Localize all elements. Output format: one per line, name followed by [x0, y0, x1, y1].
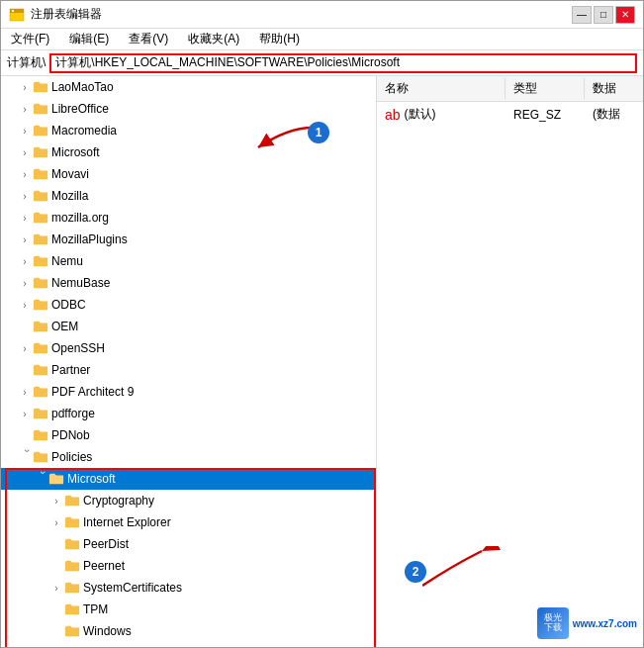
folder-icon-macromedia — [33, 124, 48, 138]
tree-item-peerdist[interactable]: › PeerDist — [1, 533, 376, 555]
item-label-laomaotao: LaoMaoTao — [51, 80, 114, 94]
tree-item-microsoft2[interactable]: › Microsoft — [1, 468, 376, 490]
menu-edit[interactable]: 编辑(E) — [65, 30, 113, 48]
item-label-cryptography: Cryptography — [83, 494, 154, 508]
tree-item-movavi[interactable]: › Movavi — [1, 163, 376, 185]
annotation-2-arrow — [422, 546, 502, 596]
item-label-oem: OEM — [51, 320, 78, 333]
tree-item-microsoft[interactable]: › Microsoft — [1, 141, 376, 163]
tree-item-pdfforge[interactable]: › pdfforge — [1, 403, 376, 424]
menu-favorites[interactable]: 收藏夹(A) — [184, 30, 243, 48]
tree-item-windows[interactable]: › Windows — [1, 620, 376, 642]
folder-icon-nemu — [33, 254, 48, 268]
item-label-mozilla: Mozilla — [51, 189, 88, 203]
tree-item-libreoffice[interactable]: › LibreOffice — [1, 98, 376, 120]
expander-laomaotao[interactable]: › — [17, 79, 33, 95]
expander-nemu[interactable]: › — [17, 253, 33, 269]
folder-icon-pdfarchitect9 — [33, 385, 48, 399]
expander-mozillaplugins[interactable]: › — [17, 231, 33, 247]
tree-item-windowsatp[interactable]: › Windows Advanced Threat Protection — [1, 642, 376, 647]
tree-item-cryptography[interactable]: › Cryptography — [1, 490, 376, 511]
folder-icon-mozillaplugins — [33, 232, 48, 246]
folder-icon-peerdist — [64, 537, 80, 551]
tree-item-pdfarchitect9[interactable]: › PDF Architect 9 — [1, 381, 376, 403]
menu-view[interactable]: 查看(V) — [125, 30, 172, 48]
expander-cryptography[interactable]: › — [48, 493, 64, 509]
expander-mozillaorg[interactable]: › — [17, 210, 33, 226]
tree-item-mozillaorg[interactable]: › mozilla.org — [1, 207, 376, 229]
tree-item-systemcertificates[interactable]: › SystemCertificates — [1, 577, 376, 599]
expander-movavi[interactable]: › — [17, 166, 33, 182]
tree-item-nemubase[interactable]: › NemuBase — [1, 272, 376, 294]
right-pane-header: 名称 类型 数据 — [377, 76, 643, 102]
tree-item-openssh[interactable]: › OpenSSH — [1, 337, 376, 359]
menu-file[interactable]: 文件(F) — [7, 30, 53, 48]
folder-icon-libreoffice — [33, 102, 48, 116]
expander-mozilla[interactable]: › — [17, 188, 33, 204]
close-button[interactable]: ✕ — [615, 6, 635, 24]
folder-icon-laomaotao — [33, 80, 48, 94]
address-label: 计算机\ — [7, 54, 46, 71]
item-label-pdfarchitect9: PDF Architect 9 — [51, 385, 134, 399]
expander-microsoft[interactable]: › — [17, 144, 33, 160]
folder-icon-microsoft — [33, 145, 48, 159]
address-input[interactable] — [49, 53, 637, 73]
highlighted-region: › Microsoft › Cryptography — [1, 468, 376, 647]
folder-icon-tpm — [64, 602, 80, 616]
tree-item-mozillaplugins[interactable]: › MozillaPlugins — [1, 229, 376, 250]
svg-rect-2 — [12, 10, 14, 12]
item-label-systemcertificates: SystemCertificates — [83, 581, 182, 595]
tree-item-internetexplorer[interactable]: › Internet Explorer — [1, 511, 376, 533]
tree-item-mozilla[interactable]: › Mozilla — [1, 185, 376, 207]
maximize-button[interactable]: □ — [594, 6, 613, 24]
expander-microsoft2[interactable]: › — [33, 471, 48, 487]
tree-item-odbc[interactable]: › ODBC — [1, 294, 376, 316]
expander-openssh[interactable]: › — [17, 340, 33, 356]
expander-macromedia[interactable]: › — [17, 123, 33, 139]
tree-item-tpm[interactable]: › TPM — [1, 599, 376, 620]
expander-internetexplorer[interactable]: › — [48, 514, 64, 530]
tree-item-nemu[interactable]: › Nemu — [1, 250, 376, 272]
watermark-logo: 极光下载 — [537, 607, 569, 639]
watermark: 极光下载 www.xz7.com — [537, 607, 637, 639]
item-label-partner: Partner — [51, 363, 90, 377]
folder-icon-cryptography — [64, 494, 80, 508]
annotation-2: 2 — [405, 561, 426, 583]
row-name-label: (默认) — [405, 106, 436, 123]
tree-item-policies[interactable]: › Policies — [1, 446, 376, 468]
folder-icon-nemubase — [33, 276, 48, 290]
title-controls: — □ ✕ — [572, 6, 635, 24]
item-label-peerdist: PeerDist — [83, 537, 129, 551]
tree-item-laomaotao[interactable]: › LaoMaoTao — [1, 76, 376, 98]
expander-pdfarchitect9[interactable]: › — [17, 384, 33, 400]
col-header-data: 数据 — [585, 78, 643, 99]
expander-pdfforge[interactable]: › — [17, 406, 33, 421]
expander-libreoffice[interactable]: › — [17, 101, 33, 117]
menu-help[interactable]: 帮助(H) — [255, 30, 304, 48]
expander-nemubase[interactable]: › — [17, 275, 33, 291]
minimize-button[interactable]: — — [572, 6, 592, 24]
regedit-icon — [9, 7, 25, 23]
expander-systemcertificates[interactable]: › — [48, 580, 64, 596]
row-type: REG_SZ — [506, 106, 585, 124]
expander-odbc[interactable]: › — [17, 297, 33, 313]
watermark-site: www.xz7.com — [573, 618, 637, 629]
tree-item-pdnob[interactable]: › PDNob — [1, 424, 376, 446]
tree-item-oem[interactable]: › OEM — [1, 316, 376, 337]
tree-item-peernet[interactable]: › Peernet — [1, 555, 376, 577]
folder-icon-mozillaorg — [33, 211, 48, 225]
folder-icon-internetexplorer — [64, 515, 80, 529]
expander-policies[interactable]: › — [17, 449, 33, 465]
folder-icon-pdnob — [33, 428, 48, 442]
item-label-internetexplorer: Internet Explorer — [83, 515, 171, 529]
item-label-nemubase: NemuBase — [51, 276, 110, 290]
registry-editor-window: 注册表编辑器 — □ ✕ 文件(F) 编辑(E) 查看(V) 收藏夹(A) 帮助… — [0, 0, 644, 648]
item-label-movavi: Movavi — [51, 167, 89, 181]
folder-icon-oem — [33, 320, 48, 333]
title-bar-left: 注册表编辑器 — [9, 6, 102, 23]
item-label-pdfforge: pdfforge — [51, 407, 95, 420]
item-label-windowsatp: Windows Advanced Threat Protection — [83, 646, 281, 647]
tree-item-partner[interactable]: › Partner — [1, 359, 376, 381]
folder-icon-systemcertificates — [64, 581, 80, 595]
item-label-mozillaplugins: MozillaPlugins — [51, 232, 128, 246]
